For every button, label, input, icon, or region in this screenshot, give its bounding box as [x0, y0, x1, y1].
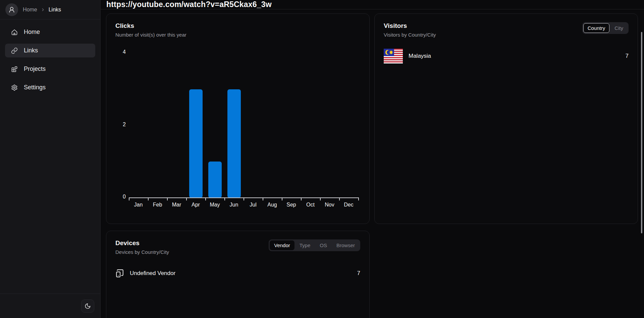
sidebar-item-label: Projects	[24, 65, 46, 73]
x-axis-tick	[282, 198, 282, 200]
sidebar-item-links[interactable]: Links	[5, 44, 95, 57]
clicks-bar-chart: 024JanFebMarAprMayJunJulAugSepOctNovDec	[106, 14, 369, 224]
tab-browser[interactable]: Browser	[332, 240, 359, 250]
x-axis-label-mar: Mar	[167, 202, 186, 208]
device-count: 7	[357, 270, 360, 277]
bar-may[interactable]	[208, 162, 222, 198]
sidebar-item-label: Home	[24, 29, 40, 36]
devices-card: Devices Devices by Country/City VendorTy…	[106, 231, 370, 318]
breadcrumb-home[interactable]: Home	[23, 7, 37, 13]
x-axis-tick	[244, 198, 244, 200]
x-axis-label-may: May	[205, 202, 224, 208]
sidebar: Home Links HomeLinksProjectsSettings	[0, 0, 101, 318]
devices-tabs: VendorTypeOSBrowser	[269, 239, 360, 251]
x-axis-tick	[358, 198, 359, 200]
avatar[interactable]	[5, 3, 18, 16]
devices-rows: Undefined Vendor7	[106, 266, 369, 281]
moon-icon	[85, 303, 91, 309]
sidebar-nav: HomeLinksProjectsSettings	[0, 19, 100, 94]
clicks-card: Clicks Number of visit(s) over this year…	[106, 13, 370, 224]
visitors-country-city-toggle: CountryCity	[582, 22, 629, 34]
y-axis-tick-label: 0	[112, 194, 126, 200]
x-axis-label-feb: Feb	[148, 202, 167, 208]
page-title: https://youtube.com/watch?v=aR5Ckax6_3w	[106, 0, 272, 9]
visitors-card: Visitors Visitors by Country/City Countr…	[374, 13, 638, 224]
toggle-city[interactable]: City	[610, 23, 628, 33]
x-axis-label-sep: Sep	[282, 202, 301, 208]
x-axis-tick	[263, 198, 263, 200]
y-axis-tick-label: 2	[112, 122, 126, 128]
device-label: Undefined Vendor	[130, 270, 175, 277]
x-axis-tick	[186, 198, 187, 200]
x-axis-tick	[129, 198, 129, 200]
vertical-scrollbar-thumb[interactable]	[641, 32, 642, 233]
user-icon	[8, 6, 15, 13]
malaysia-flag	[384, 49, 403, 63]
sidebar-item-home[interactable]: Home	[5, 25, 95, 39]
visitors-card-title: Visitors	[384, 22, 436, 30]
chevron-right-icon	[41, 7, 45, 12]
tab-vendor[interactable]: Vendor	[270, 240, 294, 250]
toggle-country[interactable]: Country	[583, 23, 610, 33]
gear-icon	[11, 84, 18, 91]
breadcrumb-current: Links	[49, 7, 61, 13]
theme-toggle-button[interactable]	[81, 300, 94, 313]
devices-card-header: Devices Devices by Country/City VendorTy…	[106, 231, 369, 255]
bar-apr[interactable]	[189, 89, 203, 198]
visitors-rows: Malaysia7	[375, 49, 638, 63]
bar-jun[interactable]	[227, 89, 241, 198]
x-axis-label-aug: Aug	[263, 202, 282, 208]
tab-os[interactable]: OS	[315, 240, 331, 250]
y-axis-tick-label: 4	[112, 49, 126, 55]
x-axis-label-jul: Jul	[244, 202, 263, 208]
sidebar-item-label: Links	[24, 47, 38, 54]
sidebar-item-settings[interactable]: Settings	[5, 81, 95, 94]
x-axis-label-nov: Nov	[320, 202, 339, 208]
sidebar-bottom	[0, 293, 100, 318]
content-grid: Clicks Number of visit(s) over this year…	[101, 9, 644, 318]
visitors-card-header: Visitors Visitors by Country/City Countr…	[375, 14, 638, 38]
x-axis-label-jan: Jan	[129, 202, 148, 208]
device-row: Undefined Vendor7	[115, 266, 360, 281]
tab-type[interactable]: Type	[295, 240, 315, 250]
visitor-label: Malaysia	[409, 53, 431, 59]
breadcrumb: Home Links	[23, 7, 61, 13]
x-axis-tick	[148, 198, 149, 200]
blocks-icon	[11, 66, 18, 73]
visitor-count: 7	[626, 53, 629, 59]
x-axis-tick	[301, 198, 302, 200]
sidebar-topbar: Home Links	[0, 0, 100, 19]
main-area: https://youtube.com/watch?v=aR5Ckax6_3w …	[101, 0, 644, 318]
link-icon	[11, 47, 18, 54]
visitors-card-subtitle: Visitors by Country/City	[384, 32, 436, 38]
x-axis-tick	[320, 198, 321, 200]
x-axis-label-apr: Apr	[186, 202, 205, 208]
sidebar-item-projects[interactable]: Projects	[5, 62, 95, 76]
x-axis-label-jun: Jun	[224, 202, 244, 208]
sidebar-spacer	[0, 94, 100, 293]
title-bar: https://youtube.com/watch?v=aR5Ckax6_3w	[101, 0, 644, 9]
x-axis-tick	[205, 198, 206, 200]
tablet-smartphone-icon	[115, 269, 124, 278]
devices-card-subtitle: Devices by Country/City	[115, 249, 169, 255]
x-axis-tick	[339, 198, 340, 200]
sidebar-item-label: Settings	[24, 84, 46, 91]
home-icon	[11, 29, 18, 36]
x-axis-label-dec: Dec	[339, 202, 358, 208]
visitor-row: Malaysia7	[384, 49, 629, 63]
x-axis-tick	[167, 198, 168, 200]
x-axis-tick	[224, 198, 225, 200]
x-axis-label-oct: Oct	[301, 202, 320, 208]
devices-card-title: Devices	[115, 239, 169, 247]
